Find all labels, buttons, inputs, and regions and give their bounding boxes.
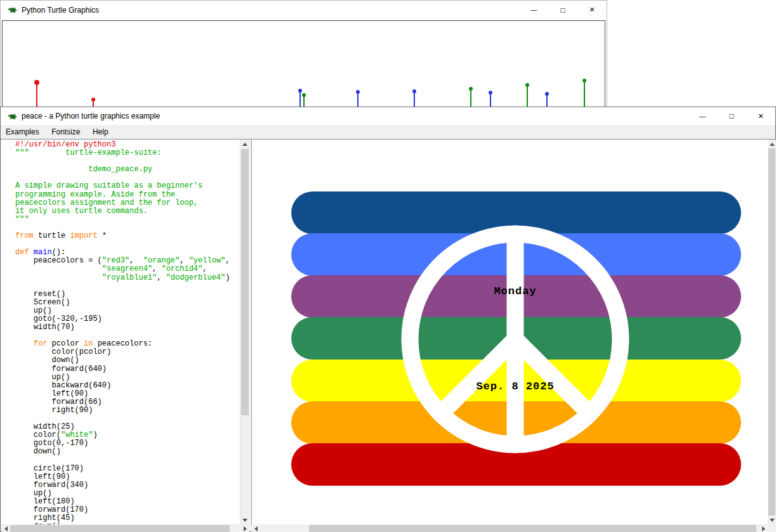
peace-window: peace - a Python turtle graphics example…: [0, 107, 776, 532]
menu-examples[interactable]: Examples: [1, 125, 44, 139]
turtle-window-controls: — □ ✕: [519, 1, 607, 19]
tree-dot: [545, 92, 549, 96]
code-line: right(90): [15, 406, 240, 415]
menu-fontsize[interactable]: Fontsize: [47, 125, 84, 139]
canvas-horizontal-scrollbar[interactable]: [251, 524, 768, 532]
date-text: Sep. 8 2025: [476, 380, 554, 393]
tree-dot: [412, 89, 416, 93]
scroll-right-arrow-icon[interactable]: [759, 524, 768, 532]
code-line: from turtle import *: [15, 232, 240, 240]
code-horizontal-scrollbar[interactable]: [1, 524, 249, 532]
tree-stem: [299, 91, 301, 107]
tree-dot: [34, 80, 39, 85]
code-line: width(70): [15, 323, 240, 332]
minimize-button[interactable]: —: [688, 107, 717, 125]
tree-stem: [546, 94, 548, 107]
peace-symbol: [252, 139, 768, 524]
scroll-right-arrow-icon[interactable]: [240, 524, 249, 532]
tree-stem: [584, 81, 585, 107]
turtle-window-title: Python Turtle Graphics: [22, 1, 99, 19]
scrollbar-corner: [768, 524, 776, 532]
drawing-canvas: Monday Sep. 8 2025: [251, 139, 768, 524]
demo-content: #!/usr/bin/env python3""" turtle-example…: [1, 139, 775, 531]
turtle-icon: [8, 4, 18, 15]
turtle-window-titlebar[interactable]: Python Turtle Graphics — □ ✕: [1, 1, 607, 19]
tree-stem: [470, 89, 471, 107]
code-line: """ turtle-example-suite:: [15, 149, 240, 157]
code-line: down(): [15, 448, 240, 456]
scrollbar-thumb[interactable]: [768, 148, 775, 516]
tree-dot: [489, 91, 492, 94]
close-button[interactable]: ✕: [577, 1, 607, 19]
scrollbar-thumb[interactable]: [10, 525, 230, 532]
minimize-button[interactable]: —: [519, 1, 548, 19]
scroll-down-arrow-icon[interactable]: [768, 516, 776, 524]
tree-dot: [91, 98, 95, 101]
peace-window-titlebar[interactable]: peace - a Python turtle graphics example…: [1, 107, 775, 125]
tree-dot: [525, 83, 529, 87]
scrollbar-thumb[interactable]: [241, 149, 249, 415]
tree-dot: [302, 93, 306, 97]
turtle-graphics-window: Python Turtle Graphics — □ ✕: [0, 0, 607, 107]
tree-dot: [356, 90, 360, 94]
code-line: "royalblue1", "dodgerblue4"): [15, 274, 240, 282]
tree-dot: [582, 79, 586, 82]
menubar: Examples Fontsize Help: [1, 125, 775, 139]
weekday-text: Monday: [494, 285, 536, 297]
turtle-icon: [8, 111, 18, 121]
code-line: it only uses turtle commands.: [15, 207, 240, 216]
maximize-button[interactable]: □: [548, 1, 577, 19]
peace-window-title: peace - a Python turtle graphics example: [22, 107, 160, 125]
peace-window-controls: — □ ✕: [688, 107, 775, 125]
canvas-vertical-scrollbar[interactable]: [768, 139, 776, 524]
tree-dot: [469, 87, 473, 91]
maximize-button[interactable]: □: [717, 107, 746, 125]
tree-stem: [36, 82, 37, 107]
tree-dot: [298, 89, 302, 93]
tree-stem: [357, 92, 358, 107]
scroll-left-arrow-icon[interactable]: [1, 524, 10, 532]
scroll-up-arrow-icon[interactable]: [240, 139, 249, 148]
scroll-down-arrow-icon[interactable]: [240, 516, 249, 524]
code-line: tdemo_peace.py: [15, 165, 240, 174]
scroll-left-arrow-icon[interactable]: [251, 524, 260, 532]
tree-stem: [414, 91, 415, 107]
scrollbar-thumb[interactable]: [309, 525, 756, 532]
code-vertical-scrollbar[interactable]: [240, 139, 249, 524]
code-text[interactable]: #!/usr/bin/env python3""" turtle-example…: [1, 139, 240, 524]
close-button[interactable]: ✕: [746, 107, 775, 125]
menu-help[interactable]: Help: [88, 125, 113, 139]
tree-stem: [527, 85, 528, 107]
turtle-canvas: [2, 20, 605, 107]
code-line: """: [15, 216, 240, 224]
scroll-up-arrow-icon[interactable]: [768, 139, 776, 148]
tree-stem: [490, 93, 491, 107]
